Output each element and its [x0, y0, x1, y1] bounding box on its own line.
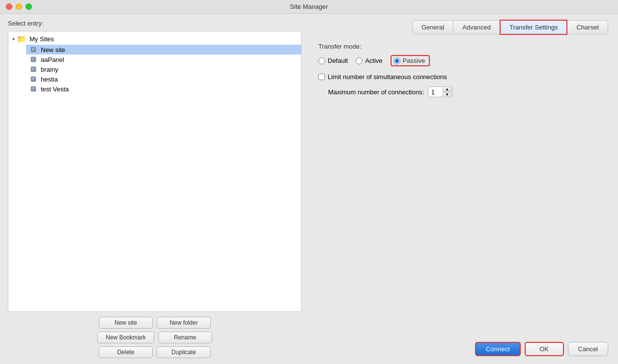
radio-active[interactable]: Active	[356, 57, 382, 64]
site-icon-aapanel	[30, 56, 38, 63]
cancel-button[interactable]: Cancel	[568, 342, 608, 356]
tree-item-test-vesta[interactable]: test Vesta	[26, 84, 301, 94]
tab-general[interactable]: General	[412, 20, 453, 34]
max-connections-label: Maximum number of connections:	[328, 88, 424, 96]
radio-passive-label: Passive	[403, 57, 425, 64]
bottom-buttons: New site New folder New Bookmark Rename …	[8, 312, 302, 358]
right-panel: General Advanced Transfer Settings Chars…	[309, 14, 618, 364]
window-controls	[6, 3, 32, 10]
tree-item-brainy[interactable]: brainy	[26, 64, 301, 74]
radio-passive[interactable]: Passive	[393, 57, 425, 64]
delete-button[interactable]: Delete	[99, 346, 153, 358]
svg-rect-11	[32, 70, 34, 70]
minimize-button[interactable]	[16, 3, 22, 10]
new-bookmark-button[interactable]: New Bookmark	[97, 332, 154, 343]
tree-item-label: New site	[41, 46, 65, 54]
tabs-row: General Advanced Transfer Settings Chars…	[314, 20, 608, 35]
radio-default-input[interactable]	[318, 57, 325, 64]
svg-rect-2	[32, 49, 35, 50]
limit-connections-label: Limit number of simultaneous connections	[328, 73, 447, 81]
tab-transfer-settings[interactable]: Transfer Settings	[500, 20, 568, 35]
new-site-button[interactable]: New site	[99, 317, 153, 329]
select-entry-label: Select entry:	[8, 20, 302, 27]
duplicate-button[interactable]: Duplicate	[157, 346, 211, 358]
svg-rect-13	[32, 78, 35, 78]
svg-rect-5	[32, 58, 35, 58]
svg-rect-9	[32, 68, 35, 68]
tree-item-hestia[interactable]: hestia	[26, 74, 301, 84]
button-row-2: New Bookmark Rename	[97, 332, 212, 343]
stepper: ▲ ▼	[443, 86, 451, 97]
svg-rect-14	[32, 79, 35, 79]
radio-default-label: Default	[328, 57, 348, 64]
limit-connections-row: Limit number of simultaneous connections	[318, 73, 604, 81]
stepper-down-button[interactable]: ▼	[443, 92, 451, 97]
main-content: Select entry: ▾ 📁 My Sites	[0, 14, 618, 364]
tab-charset[interactable]: Charset	[567, 20, 608, 34]
number-stepper-group: ▲ ▼	[428, 86, 451, 97]
site-icon-test-vesta	[30, 85, 38, 93]
chevron-icon: ▾	[12, 36, 15, 42]
button-row-3: Delete Duplicate	[99, 346, 211, 358]
tree-item-new-site[interactable]: New site	[26, 45, 301, 55]
svg-rect-6	[32, 59, 35, 59]
stepper-up-button[interactable]: ▲	[443, 86, 451, 92]
ok-button[interactable]: OK	[525, 342, 564, 356]
svg-rect-17	[32, 87, 35, 88]
site-icon-new-site	[30, 46, 38, 54]
radio-default[interactable]: Default	[318, 57, 348, 64]
svg-rect-7	[32, 60, 34, 60]
svg-rect-19	[32, 89, 34, 90]
new-folder-button[interactable]: New folder	[157, 317, 211, 329]
passive-radio-wrapper: Passive	[391, 55, 430, 66]
button-row-1: New site New folder	[99, 317, 211, 329]
limit-connections-checkbox[interactable]	[318, 74, 325, 80]
svg-rect-3	[32, 50, 34, 51]
svg-rect-10	[32, 69, 35, 69]
max-connections-row: Maximum number of connections: ▲ ▼	[318, 86, 604, 97]
tree-children: New site aaPanel	[8, 45, 301, 94]
transfer-mode-radio-group: Default Active Passive	[318, 55, 604, 66]
tree-item-label: test Vesta	[41, 85, 69, 93]
maximize-button[interactable]	[26, 3, 32, 10]
connect-button[interactable]: Connect	[475, 342, 520, 356]
tree-item-label: brainy	[41, 66, 58, 73]
tree-item-label: aaPanel	[41, 56, 64, 63]
site-icon-brainy	[30, 65, 38, 73]
svg-rect-1	[32, 48, 35, 49]
folder-icon: 📁	[17, 34, 27, 44]
svg-rect-18	[32, 88, 35, 89]
my-sites-folder[interactable]: ▾ 📁 My Sites	[8, 33, 301, 45]
titlebar: Site Manager	[0, 0, 618, 14]
window-title: Site Manager	[290, 3, 328, 10]
radio-active-input[interactable]	[356, 57, 363, 64]
tree-item-label: hestia	[41, 76, 58, 83]
close-button[interactable]	[6, 3, 12, 10]
folder-label: My Sites	[29, 35, 54, 43]
tab-advanced[interactable]: Advanced	[453, 20, 500, 34]
radio-active-label: Active	[365, 57, 382, 64]
site-icon-hestia	[30, 75, 38, 83]
transfer-mode-label: Transfer mode:	[318, 43, 604, 50]
left-panel: Select entry: ▾ 📁 My Sites	[0, 14, 309, 364]
tree-item-aapanel[interactable]: aaPanel	[26, 55, 301, 64]
settings-content: Transfer mode: Default Active Passive	[314, 43, 608, 337]
svg-rect-15	[32, 80, 34, 80]
rename-button[interactable]: Rename	[158, 332, 212, 343]
radio-passive-input[interactable]	[393, 57, 400, 64]
site-tree: ▾ 📁 My Sites New site	[8, 31, 302, 312]
bottom-action-row: Connect OK Cancel	[314, 337, 608, 358]
